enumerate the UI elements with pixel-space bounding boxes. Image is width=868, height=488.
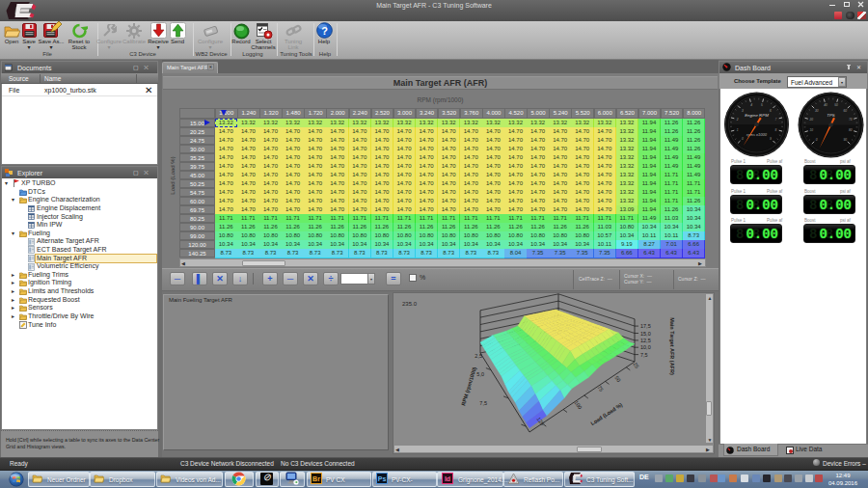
svg-text:50: 50: [613, 375, 621, 383]
svg-text:?: ?: [321, 25, 328, 37]
svg-text:70: 70: [849, 118, 853, 122]
svg-text:90: 90: [844, 138, 848, 142]
svg-text:7,5: 7,5: [479, 400, 487, 406]
svg-text:12,5: 12,5: [640, 338, 651, 343]
svg-text:80: 80: [849, 128, 853, 132]
svg-text:4: 4: [750, 103, 752, 107]
svg-text:17,5: 17,5: [640, 323, 651, 329]
svg-text:2,5: 2,5: [475, 353, 482, 359]
svg-text:40: 40: [824, 103, 827, 107]
svg-text:10,0: 10,0: [640, 344, 651, 350]
svg-text:TPS: TPS: [827, 113, 835, 118]
svg-text:30: 30: [815, 109, 819, 113]
svg-text:60: 60: [844, 109, 848, 113]
svg-text:7: 7: [774, 118, 776, 122]
svg-text:9: 9: [770, 137, 772, 141]
svg-text:50: 50: [834, 103, 838, 107]
svg-text:1: 1: [737, 128, 739, 132]
svg-text:Engine RPM: Engine RPM: [745, 113, 769, 118]
svg-text:2: 2: [736, 118, 739, 122]
svg-text:8: 8: [774, 128, 776, 132]
svg-text:100: 100: [574, 399, 583, 410]
svg-text:Main Target AFR (AFR): Main Target AFR (AFR): [669, 317, 675, 375]
svg-text:5: 5: [761, 103, 763, 107]
svg-text:7,5: 7,5: [640, 352, 648, 358]
svg-text:RPM (rpm/1000): RPM (rpm/1000): [460, 366, 477, 407]
svg-text:5,0: 5,0: [476, 371, 484, 377]
svg-text:0: 0: [742, 137, 744, 141]
svg-text:10: 10: [809, 128, 813, 132]
svg-text:Load (Load %): Load (Load %): [589, 401, 623, 426]
svg-text:75: 75: [596, 385, 604, 393]
svg-text:0: 0: [816, 138, 818, 142]
svg-text:15,0: 15,0: [640, 331, 651, 337]
svg-text:3: 3: [742, 109, 744, 113]
svg-text:6: 6: [770, 109, 772, 113]
svg-text:20: 20: [808, 118, 813, 122]
